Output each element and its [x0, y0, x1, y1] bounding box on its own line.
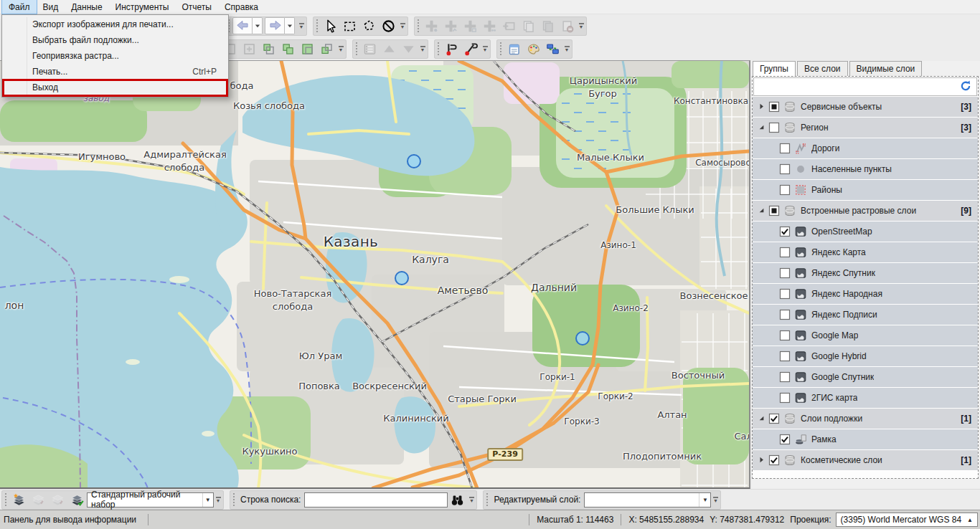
add-rect-button[interactable] [499, 17, 519, 34]
caret-down-button[interactable] [253, 17, 263, 34]
checkbox-unchecked[interactable] [779, 163, 791, 175]
tool-select-none-button[interactable] [379, 17, 398, 34]
tree-row-16[interactable]: Рамка [753, 429, 978, 450]
toolbar-grip[interactable] [499, 42, 503, 55]
checkbox-unchecked[interactable] [779, 330, 791, 341]
palette-button[interactable] [524, 40, 543, 57]
tree-row-5[interactable]: Встроенные растровые слои[9] [753, 201, 978, 221]
checkbox-unchecked[interactable] [779, 392, 791, 404]
checkbox-unchecked[interactable] [779, 351, 791, 362]
menubar-item-data[interactable]: Данные [65, 0, 108, 14]
toolbar-overflow-button[interactable]: ▼ [562, 40, 571, 57]
pin-start-button[interactable] [442, 40, 461, 57]
projection-select[interactable]: (3395) World Mercator WGS 84 ▲ [836, 513, 978, 527]
expander-expanded-icon[interactable] [757, 206, 767, 216]
caret-down-button[interactable] [285, 17, 295, 34]
fit-plus-button[interactable] [240, 40, 259, 57]
expander-collapsed-icon[interactable] [757, 102, 767, 112]
checkbox-unchecked[interactable] [779, 288, 791, 300]
toolbar-overflow-button[interactable]: ▼ [336, 40, 345, 57]
tree-row-7[interactable]: Яндекс Карта [753, 242, 978, 263]
add-xy-button[interactable] [480, 17, 499, 34]
notes-button[interactable] [504, 40, 524, 57]
checkbox-checked[interactable] [768, 454, 780, 466]
copy-object-button[interactable] [519, 17, 538, 34]
toolbar-grip[interactable] [416, 19, 420, 32]
paste-object-button[interactable] [538, 17, 557, 34]
tab-groups[interactable]: Группы [753, 61, 796, 76]
menubar-item-reports[interactable]: Отчеты [175, 0, 217, 14]
tree-row-17[interactable]: Косметические слои[1] [753, 450, 978, 471]
toolbar-grip[interactable] [354, 42, 359, 55]
menubar-item-help[interactable]: Справка [218, 0, 265, 14]
fit-all-button[interactable] [298, 40, 317, 57]
toolbar-overflow-button[interactable]: ▼ [418, 40, 427, 57]
toolbar-overflow-button[interactable]: ▼ [711, 491, 720, 508]
menubar-item-file[interactable]: Файл [2, 0, 37, 14]
toolbar-grip[interactable] [232, 493, 236, 506]
binoculars-button[interactable] [448, 491, 467, 508]
history-forward-button[interactable] [265, 17, 285, 34]
toolbar-overflow-button[interactable]: ▼ [214, 491, 222, 508]
workset-check-button[interactable] [67, 491, 87, 508]
tool-select-button[interactable] [321, 17, 340, 34]
tree-row-1[interactable]: Регион[3] [753, 118, 978, 138]
tree-row-13[interactable]: Google Спутник [753, 367, 978, 388]
search-input[interactable] [304, 492, 448, 507]
file-menu-item-choose-basemap-file[interactable]: Выбрать файл подложки... [2, 32, 228, 48]
toolbar-overflow-button[interactable]: ▼ [481, 40, 489, 57]
layer-list-button[interactable] [360, 40, 380, 57]
move-down-button[interactable] [399, 40, 418, 57]
map-marker[interactable] [407, 154, 421, 168]
checkbox-unchecked[interactable] [768, 122, 780, 133]
checkbox-unchecked[interactable] [779, 267, 791, 279]
checkbox-unchecked[interactable] [779, 247, 791, 258]
expander-expanded-icon[interactable] [757, 414, 767, 424]
refresh-icon[interactable] [959, 80, 974, 94]
map-viewport[interactable]: бодазаводКозья слободаЦарицынскийБугорКо… [0, 60, 750, 489]
tree-row-10[interactable]: Яндекс Подписи [753, 305, 978, 325]
tree-row-2[interactable]: Дороги [753, 138, 978, 159]
workset-remove2-button[interactable] [48, 491, 67, 508]
file-menu-item-exit[interactable]: Выход [2, 80, 228, 95]
pin-end-button[interactable] [461, 40, 481, 57]
tree-row-8[interactable]: Яндекс Спутник [753, 263, 978, 284]
tree-row-0[interactable]: Сервисные объекты[3] [753, 97, 978, 118]
tree-row-14[interactable]: 2ГИС карта [753, 388, 978, 409]
file-menu-item-georeference-raster[interactable]: Геопривязка растра... [2, 48, 228, 64]
tree-row-6[interactable]: OpenStreetMap [753, 221, 978, 242]
file-menu-item-print[interactable]: Печать...Ctrl+P [2, 64, 228, 80]
expander-expanded-icon[interactable] [757, 123, 767, 133]
file-menu-item-export-image[interactable]: Экспорт изображения для печати... [2, 16, 228, 32]
toolbar-overflow-button[interactable]: ▼ [577, 17, 585, 34]
add-point-button[interactable] [422, 17, 441, 34]
map-marker[interactable] [575, 331, 590, 345]
add-polygon-button[interactable] [461, 17, 480, 34]
tree-row-15[interactable]: Слои подложки[1] [753, 409, 978, 429]
fit-layers-button[interactable] [278, 40, 298, 57]
add-line-button[interactable] [441, 17, 461, 34]
tool-select-lasso-button[interactable] [359, 17, 379, 34]
toolbar-overflow-button[interactable]: ▼ [398, 17, 407, 34]
fit-visible-button[interactable] [317, 40, 336, 57]
tree-row-9[interactable]: Яндекс Народная [753, 284, 978, 305]
checkbox-partial[interactable] [768, 205, 780, 216]
expander-collapsed-icon[interactable] [757, 455, 767, 465]
checkbox-unchecked[interactable] [779, 309, 791, 320]
delete-object-button[interactable] [557, 17, 577, 34]
editable-layer-select[interactable]: ▼ [584, 492, 711, 507]
toolbar-grip[interactable] [436, 42, 440, 55]
tree-row-11[interactable]: Google Map [753, 325, 978, 346]
map-marker[interactable] [395, 271, 409, 285]
tab-visible-layers[interactable]: Видимые слои [849, 61, 923, 76]
tree-row-12[interactable]: Google Hybrid [753, 346, 978, 367]
toolbar-overflow-button[interactable]: ▼ [297, 17, 306, 34]
menubar-item-view[interactable]: Вид [37, 0, 65, 14]
menubar-item-tools[interactable]: Инструменты [109, 0, 176, 14]
checkbox-unchecked[interactable] [779, 371, 791, 383]
checkbox-checked[interactable] [779, 226, 791, 237]
checkbox-unchecked[interactable] [779, 143, 791, 154]
workset-remove-button[interactable] [29, 491, 48, 508]
layer-filter-input[interactable] [757, 80, 959, 94]
toolbar-grip[interactable] [485, 493, 489, 506]
